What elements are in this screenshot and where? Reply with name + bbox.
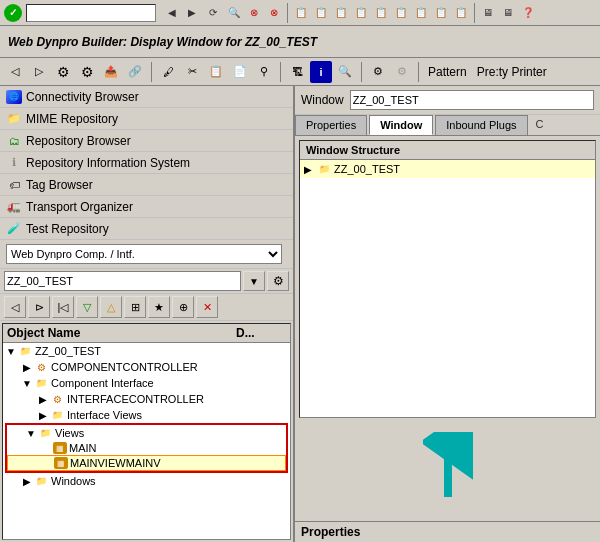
tb-back[interactable]: ◁ bbox=[4, 61, 26, 83]
it-btn3[interactable]: |◁ bbox=[52, 296, 74, 318]
tb-btn4[interactable]: 🔗 bbox=[124, 61, 146, 83]
sidebar-item-mime[interactable]: 📁 MIME Repository bbox=[0, 108, 293, 130]
tree-header: Object Name D... bbox=[3, 324, 290, 343]
it-btn4[interactable]: ▽ bbox=[76, 296, 98, 318]
btn14[interactable]: 📋 bbox=[431, 3, 451, 23]
tb-info[interactable]: i bbox=[310, 61, 332, 83]
btn16[interactable]: 🖥 bbox=[478, 3, 498, 23]
tab-inbound[interactable]: Inbound Plugs bbox=[435, 115, 527, 135]
nav-list: 🌐 Connectivity Browser 📁 MIME Repository… bbox=[0, 86, 293, 240]
tree-row[interactable]: ▼ 📁 Views bbox=[7, 425, 286, 441]
test-icon: 🧪 bbox=[6, 221, 22, 237]
root-folder-icon: 📁 bbox=[17, 344, 33, 358]
it-btn1[interactable]: ◁ bbox=[4, 296, 26, 318]
tb-btn5[interactable]: 🖋 bbox=[157, 61, 179, 83]
window-label: Window bbox=[301, 93, 344, 107]
search-btn[interactable]: ⚙ bbox=[267, 271, 289, 291]
tb-btn12[interactable]: ⚙ bbox=[367, 61, 389, 83]
btn12[interactable]: 📋 bbox=[391, 3, 411, 23]
type-dropdown[interactable]: Web Dynpro Comp. / Intf. bbox=[6, 244, 282, 264]
expand-icon[interactable]: ▶ bbox=[21, 362, 33, 373]
tb-btn9[interactable]: ⚲ bbox=[253, 61, 275, 83]
pretty-printer-btn[interactable]: Pre:ty Printer bbox=[473, 65, 551, 79]
tree-row[interactable]: ▼ 📁 ZZ_00_TEST bbox=[3, 343, 290, 359]
btn17[interactable]: 🖥 bbox=[498, 3, 518, 23]
btn4[interactable]: 🔍 bbox=[224, 3, 244, 23]
btn3[interactable]: ⟳ bbox=[202, 3, 224, 23]
tree-row[interactable]: ▦ MAIN bbox=[7, 441, 286, 455]
expand-icon[interactable]: ▶ bbox=[21, 476, 33, 487]
expand-icon[interactable]: ▼ bbox=[25, 428, 37, 439]
tree-node-label: MAIN bbox=[69, 442, 97, 454]
btn15[interactable]: 📋 bbox=[451, 3, 471, 23]
sidebar-item-test[interactable]: 🧪 Test Repository bbox=[0, 218, 293, 240]
btn18[interactable]: ❓ bbox=[518, 3, 538, 23]
tree-node-label: INTERFACECONTROLLER bbox=[67, 393, 204, 405]
tb-forward[interactable]: ▷ bbox=[28, 61, 50, 83]
btn7[interactable]: 📋 bbox=[291, 3, 311, 23]
tb-btn1[interactable]: ⚙ bbox=[52, 61, 74, 83]
it-btn6[interactable]: ⊞ bbox=[124, 296, 146, 318]
btn10[interactable]: 📋 bbox=[351, 3, 371, 23]
it-btn8[interactable]: ⊕ bbox=[172, 296, 194, 318]
dropdown-area: Web Dynpro Comp. / Intf. bbox=[0, 240, 293, 269]
tab-window[interactable]: Window bbox=[369, 115, 433, 135]
tb-btn11[interactable]: 🔍 bbox=[334, 61, 356, 83]
btn8[interactable]: 📋 bbox=[311, 3, 331, 23]
tree-row[interactable]: ▶ ⚙ COMPONENTCONTROLLER bbox=[3, 359, 290, 375]
expand-icon[interactable]: ▼ bbox=[5, 346, 17, 357]
btn6[interactable]: ⊗ bbox=[264, 3, 284, 23]
tree-row[interactable]: ▶ 📁 Interface Views bbox=[3, 407, 290, 423]
it-btn7[interactable]: ★ bbox=[148, 296, 170, 318]
btn9[interactable]: 📋 bbox=[331, 3, 351, 23]
expand-icon[interactable]: ▶ bbox=[37, 410, 49, 421]
tb-btn13[interactable]: ⚙ bbox=[391, 61, 413, 83]
view-icon: ▦ bbox=[53, 442, 67, 454]
back-btn[interactable]: ◀ bbox=[162, 3, 182, 23]
tb-btn3[interactable]: 📤 bbox=[100, 61, 122, 83]
it-btn2[interactable]: ⊳ bbox=[28, 296, 50, 318]
object-input[interactable] bbox=[4, 271, 241, 291]
pattern-btn[interactable]: Pattern bbox=[424, 65, 471, 79]
comp-icon: ⚙ bbox=[49, 392, 65, 406]
tb-btn2[interactable]: ⚙ bbox=[76, 61, 98, 83]
btn13[interactable]: 📋 bbox=[411, 3, 431, 23]
folder-icon: 📁 bbox=[49, 408, 65, 422]
ws-node-label: ZZ_00_TEST bbox=[334, 163, 400, 175]
sidebar-item-repository[interactable]: 🗂 Repository Browser bbox=[0, 130, 293, 152]
main-toolbar: ◁ ▷ ⚙ ⚙ 📤 🔗 🖋 ✂ 📋 📄 ⚲ 🏗 i 🔍 ⚙ ⚙ Pattern … bbox=[0, 58, 600, 86]
tree-row[interactable]: ▼ 📁 Component Interface bbox=[3, 375, 290, 391]
tree-row[interactable]: ▶ ⚙ INTERFACECONTROLLER bbox=[3, 391, 290, 407]
tree-node-label: Component Interface bbox=[51, 377, 154, 389]
expand-icon[interactable]: ▶ bbox=[37, 394, 49, 405]
ws-expand-icon[interactable]: ▶ bbox=[304, 164, 316, 175]
it-btn9[interactable]: ✕ bbox=[196, 296, 218, 318]
ws-row[interactable]: ▶ 📁 ZZ_00_TEST bbox=[300, 160, 595, 178]
repository-icon: 🗂 bbox=[6, 133, 22, 149]
tree-node-label: Views bbox=[55, 427, 84, 439]
sidebar-item-info[interactable]: ℹ Repository Information System bbox=[0, 152, 293, 174]
tree-row[interactable]: ▦ MAINVIEW MAINV bbox=[7, 455, 286, 471]
sidebar-item-connectivity[interactable]: 🌐 Connectivity Browser bbox=[0, 86, 293, 108]
tab-more[interactable]: C bbox=[530, 115, 550, 135]
tb-btn7[interactable]: 📋 bbox=[205, 61, 227, 83]
sidebar-item-transport[interactable]: 🚛 Transport Organizer bbox=[0, 196, 293, 218]
window-input[interactable] bbox=[350, 90, 594, 110]
dropdown-btn[interactable]: ▼ bbox=[243, 271, 265, 291]
tb-btn8[interactable]: 📄 bbox=[229, 61, 251, 83]
left-panel: 🌐 Connectivity Browser 📁 MIME Repository… bbox=[0, 86, 295, 542]
folder-icon: 📁 bbox=[33, 474, 49, 488]
right-panel: Window Properties Window Inbound Plugs C… bbox=[295, 86, 600, 542]
tb-btn10[interactable]: 🏗 bbox=[286, 61, 308, 83]
sidebar-item-tag[interactable]: 🏷 Tag Browser bbox=[0, 174, 293, 196]
it-btn5[interactable]: △ bbox=[100, 296, 122, 318]
mime-label: MIME Repository bbox=[26, 112, 118, 126]
tab-properties[interactable]: Properties bbox=[295, 115, 367, 135]
tree-row[interactable]: ▶ 📁 Windows bbox=[3, 473, 290, 489]
top-input[interactable] bbox=[26, 4, 156, 22]
expand-icon[interactable]: ▼ bbox=[21, 378, 33, 389]
tb-btn6[interactable]: ✂ bbox=[181, 61, 203, 83]
forward-btn[interactable]: ▶ bbox=[182, 3, 202, 23]
btn11[interactable]: 📋 bbox=[371, 3, 391, 23]
btn5[interactable]: ⊗ bbox=[244, 3, 264, 23]
